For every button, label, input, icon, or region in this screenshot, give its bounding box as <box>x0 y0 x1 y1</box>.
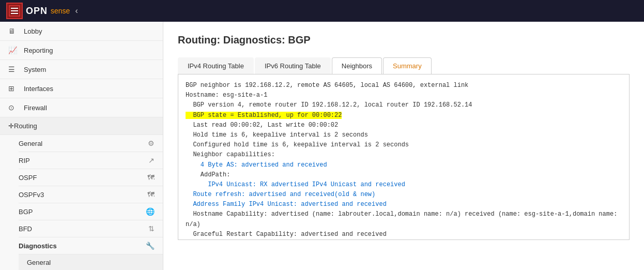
sidebar-item-bfd[interactable]: BFD ⇅ <box>19 220 163 237</box>
tab-ipv4[interactable]: IPv4 Routing Table <box>178 57 254 74</box>
sidebar-item-ospf[interactable]: OSPF 🗺 <box>19 169 163 186</box>
ospf-map-icon[interactable]: 🗺 <box>147 173 155 182</box>
sidebar-item-label: Lobby <box>24 27 42 35</box>
sidebar-item-routing[interactable]: ✛ Routing <box>0 117 163 135</box>
sidebar-item-bgp[interactable]: BGP 🌐 <box>19 203 163 220</box>
sidebar-item-label: Firewall <box>24 104 47 112</box>
interfaces-icon: ⊞ <box>8 84 19 93</box>
page-title: Routing: Diagnostics: BGP <box>178 34 630 46</box>
logo-icon <box>6 3 23 19</box>
tab-neighbors[interactable]: Neighbors <box>332 57 382 74</box>
content-area: Routing: Diagnostics: BGP IPv4 Routing T… <box>163 22 644 270</box>
bfd-icon[interactable]: ⇅ <box>148 224 155 233</box>
bgp-globe-icon[interactable]: 🌐 <box>146 207 155 216</box>
navbar: OPNsense ‹ <box>0 0 644 22</box>
sidebar-item-interfaces[interactable]: ⊞ Interfaces <box>0 79 163 98</box>
lobby-icon: 🖥 <box>8 27 19 35</box>
ospfv3-map-icon[interactable]: 🗺 <box>147 190 155 199</box>
reporting-icon: 📈 <box>8 46 19 54</box>
system-icon: ☰ <box>8 65 19 73</box>
sidebar-item-firewall[interactable]: ⊙ Firewall <box>0 98 163 117</box>
routing-icon: ✛ <box>8 122 14 130</box>
sidebar-item-ospfv3[interactable]: OSPFv3 🗺 <box>19 186 163 203</box>
rip-expand-icon[interactable]: ↗ <box>148 156 155 164</box>
sidebar-toggle-button[interactable]: ‹ <box>75 6 78 16</box>
sidebar: 🖥 Lobby 📈 Reporting ☰ System ⊞ Interface… <box>0 22 163 270</box>
sidebar-item-label: Reporting <box>24 47 53 54</box>
diagnostics-icon[interactable]: 🔧 <box>146 242 155 250</box>
sidebar-item-diag-general[interactable]: General <box>27 254 163 270</box>
sidebar-routing-sub: General ⚙ RIP ↗ OSPF 🗺 OSPFv3 🗺 BGP <box>0 135 163 270</box>
logo-sense-text: sense <box>51 7 70 15</box>
logo: OPNsense <box>6 3 70 19</box>
tab-bar: IPv4 Routing Table IPv6 Routing Table Ne… <box>178 57 630 74</box>
sidebar-item-label: Routing <box>14 122 37 130</box>
sidebar-item-diagnostics[interactable]: Diagnostics 🔧 <box>19 237 163 254</box>
general-gear-icon[interactable]: ⚙ <box>148 139 155 147</box>
sidebar-item-label: Interfaces <box>24 85 53 93</box>
sidebar-item-rip[interactable]: RIP ↗ <box>19 152 163 169</box>
sidebar-item-system[interactable]: ☰ System <box>0 60 163 79</box>
sidebar-item-reporting[interactable]: 📈 Reporting <box>0 41 163 60</box>
tab-ipv6[interactable]: IPv6 Routing Table <box>255 57 331 74</box>
sidebar-item-lobby[interactable]: 🖥 Lobby <box>0 22 163 41</box>
firewall-icon: ⊙ <box>8 103 19 112</box>
logo-opn-text: OPN <box>26 6 48 17</box>
sidebar-item-general[interactable]: General ⚙ <box>19 135 163 152</box>
tab-summary[interactable]: Summary <box>383 57 432 74</box>
bgp-output: BGP neighbor is 192.168.12.2, remote AS … <box>178 74 630 240</box>
sidebar-item-label: System <box>24 66 46 73</box>
